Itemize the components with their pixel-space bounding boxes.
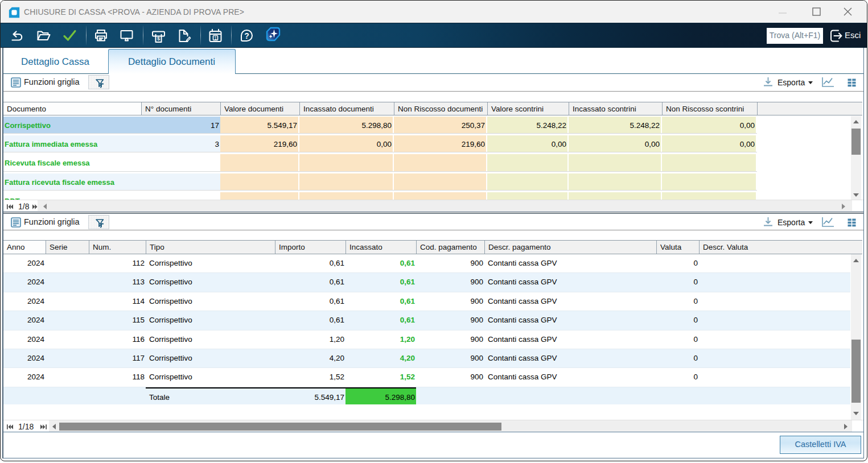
- svg-text:?: ?: [244, 31, 249, 40]
- svg-text:$: $: [157, 36, 160, 42]
- svg-text:1: 1: [214, 35, 217, 41]
